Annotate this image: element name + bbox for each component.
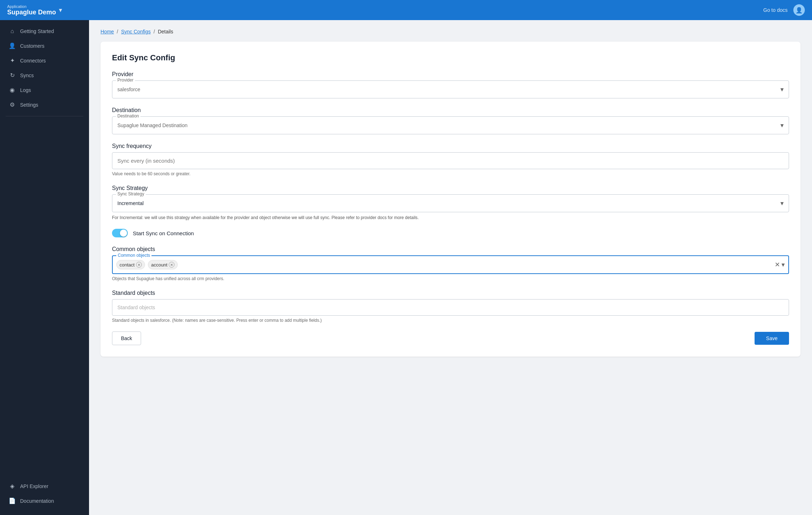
sidebar-bottom: ◈ API Explorer 📄 Documentation <box>0 479 89 511</box>
button-row: Back Save <box>112 331 789 345</box>
back-button[interactable]: Back <box>112 331 141 345</box>
sync-strategy-select[interactable]: Incremental <box>112 195 789 212</box>
user-avatar[interactable]: 👤 <box>793 4 805 16</box>
sidebar-item-getting-started[interactable]: ⌂ Getting Started <box>3 24 86 38</box>
sidebar-item-api-explorer[interactable]: ◈ API Explorer <box>3 479 86 493</box>
provider-select-wrapper: Provider salesforce ▾ <box>112 80 789 98</box>
tag-remove-contact[interactable]: ✕ <box>136 262 142 268</box>
sidebar-item-label: Settings <box>20 102 38 108</box>
sidebar-item-syncs[interactable]: ↻ Syncs <box>3 68 86 82</box>
provider-field-group: Provider Provider salesforce ▾ <box>112 71 789 98</box>
tags-clear-button[interactable]: ✕ <box>775 261 780 269</box>
breadcrumb-sep-1: / <box>117 29 118 34</box>
destination-section-label: Destination <box>112 107 789 113</box>
incremental-note: For Incremental: we will use this strate… <box>112 215 789 220</box>
standard-objects-input[interactable] <box>112 299 789 316</box>
tag-chip-contact: contact ✕ <box>116 260 145 269</box>
start-sync-toggle[interactable] <box>112 229 128 237</box>
header-right: Go to docs 👤 <box>763 4 805 16</box>
connectors-icon: ✦ <box>9 57 16 64</box>
syncs-icon: ↻ <box>9 72 16 79</box>
logs-icon: ◉ <box>9 87 16 93</box>
sidebar-item-label: Getting Started <box>20 28 54 34</box>
sidebar-item-documentation[interactable]: 📄 Documentation <box>3 494 86 508</box>
breadcrumb-current: Details <box>158 29 173 34</box>
sync-every-input[interactable]: 3600 <box>112 152 789 169</box>
app-name: Supaglue Demo <box>7 9 56 16</box>
tag-remove-account[interactable]: ✕ <box>169 262 174 268</box>
sidebar-item-label: API Explorer <box>20 483 48 489</box>
destination-field-group: Destination Destination Supaglue Managed… <box>112 107 789 134</box>
sidebar-item-label: Logs <box>20 87 31 93</box>
settings-icon: ⚙ <box>9 101 16 108</box>
customers-icon: 👤 <box>9 42 16 49</box>
sidebar-item-connectors[interactable]: ✦ Connectors <box>3 54 86 68</box>
common-objects-floating-label: Common objects <box>116 253 151 258</box>
app-title-area[interactable]: Application Supaglue Demo ▾ <box>7 4 62 16</box>
top-header: Application Supaglue Demo ▾ Go to docs 👤 <box>0 0 812 20</box>
documentation-icon: 📄 <box>9 497 16 504</box>
app-label: Application <box>7 4 56 9</box>
tag-label-account: account <box>151 262 168 268</box>
go-to-docs-link[interactable]: Go to docs <box>763 7 788 13</box>
app-title-inner: Application Supaglue Demo <box>7 4 56 16</box>
provider-section-label: Provider <box>112 71 789 78</box>
sync-strategy-section-label: Sync Strategy <box>112 185 789 191</box>
tag-label-contact: contact <box>120 262 135 268</box>
destination-select-wrapper: Destination Supaglue Managed Destination… <box>112 116 789 134</box>
content-area: Home / Sync Configs / Details Edit Sync … <box>89 20 812 515</box>
sidebar-nav: ⌂ Getting Started 👤 Customers ✦ Connecto… <box>0 24 89 112</box>
breadcrumb-sync-configs[interactable]: Sync Configs <box>121 29 150 34</box>
sync-frequency-field-group: Sync frequency 3600 Value needs to be 60… <box>112 143 789 176</box>
tags-dropdown-arrow-icon[interactable]: ▾ <box>781 261 785 269</box>
main-layout: ⌂ Getting Started 👤 Customers ✦ Connecto… <box>0 20 812 515</box>
sidebar-item-logs[interactable]: ◉ Logs <box>3 83 86 97</box>
api-explorer-icon: ◈ <box>9 483 16 490</box>
sidebar-item-label: Customers <box>20 43 45 49</box>
breadcrumb: Home / Sync Configs / Details <box>101 29 801 34</box>
common-objects-field-group: Common objects Common objects contact ✕ … <box>112 246 789 281</box>
sidebar-item-label: Syncs <box>20 73 34 78</box>
standard-objects-section-label: Standard objects <box>112 290 789 296</box>
standard-objects-hint: Standard objects in salesforce. (Note: n… <box>112 318 789 323</box>
destination-select[interactable]: Supaglue Managed Destination <box>112 117 789 134</box>
sidebar-item-settings[interactable]: ⚙ Settings <box>3 98 86 112</box>
sidebar-item-customers[interactable]: 👤 Customers <box>3 39 86 53</box>
provider-floating-label: Provider <box>116 78 135 83</box>
sync-strategy-floating-label: Sync Strategy <box>116 191 146 196</box>
sidebar-divider <box>6 116 83 116</box>
standard-objects-field-group: Standard objects Standard objects in sal… <box>112 290 789 323</box>
sync-frequency-section-label: Sync frequency <box>112 143 789 149</box>
sync-strategy-select-wrapper: Sync Strategy Incremental ▾ <box>112 194 789 212</box>
home-icon: ⌂ <box>9 28 16 34</box>
sync-every-hint: Value needs to be 60 seconds or greater. <box>112 171 789 176</box>
save-button[interactable]: Save <box>755 332 789 345</box>
provider-select[interactable]: salesforce <box>112 81 789 98</box>
tag-chip-account: account ✕ <box>148 260 178 269</box>
sidebar-item-label: Connectors <box>20 58 46 64</box>
common-objects-tags-wrapper[interactable]: Common objects contact ✕ account ✕ ✕ ▾ <box>112 255 789 274</box>
sidebar-item-label: Documentation <box>20 498 54 504</box>
sync-strategy-field-group: Sync Strategy Sync Strategy Incremental … <box>112 185 789 220</box>
breadcrumb-sep-2: / <box>154 29 155 34</box>
card-title: Edit Sync Config <box>112 53 789 62</box>
destination-floating-label: Destination <box>116 113 140 119</box>
sidebar: ⌂ Getting Started 👤 Customers ✦ Connecto… <box>0 20 89 515</box>
tags-controls: ✕ ▾ <box>775 261 785 269</box>
edit-sync-config-card: Edit Sync Config Provider Provider sales… <box>101 42 801 357</box>
breadcrumb-home[interactable]: Home <box>101 29 114 34</box>
start-sync-toggle-row: Start Sync on Connection <box>112 229 789 237</box>
common-objects-section-label: Common objects <box>112 246 789 252</box>
start-sync-label: Start Sync on Connection <box>133 230 194 236</box>
chevron-down-icon: ▾ <box>59 6 62 14</box>
common-objects-hint: Objects that Supaglue has unified across… <box>112 276 789 281</box>
